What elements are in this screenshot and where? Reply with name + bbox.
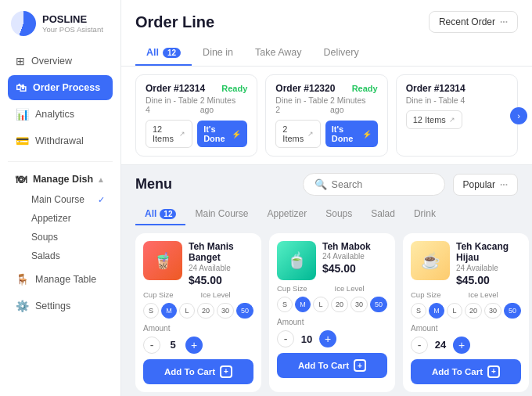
menu-item-name-2: Teh Mabok: [322, 241, 371, 252]
sidebar-label-analytics: Analytics: [35, 109, 74, 120]
sidebar-item-overview[interactable]: ⊞ Overview: [8, 49, 113, 74]
recent-order-button[interactable]: Recent Order ···: [429, 11, 518, 33]
size-m-2[interactable]: M: [295, 297, 311, 312]
menu-card-3: ☕ Teh Kacang Hijau 24 Available $45.00 C…: [403, 233, 529, 392]
menu-tab-all-badge: 12: [160, 209, 176, 219]
manage-table-label: Manage Table: [35, 274, 96, 285]
sidebar-sub-item-salads[interactable]: Salads: [8, 247, 113, 265]
tab-take-away[interactable]: Take Away: [244, 41, 313, 66]
size-s-2[interactable]: S: [277, 297, 293, 312]
menu-tab-salad[interactable]: Salad: [361, 203, 404, 225]
cup-size-label-3: Cup Size: [411, 290, 441, 299]
menu-tab-main-course[interactable]: Main Course: [185, 203, 257, 225]
amount-value-3: 24: [434, 339, 447, 351]
next-arrow[interactable]: ›: [510, 107, 527, 124]
ice-30-1[interactable]: 30: [217, 303, 234, 319]
add-cart-button-3[interactable]: Add To Cart +: [411, 359, 521, 384]
menu-tab-drink[interactable]: Drink: [404, 203, 445, 225]
amount-minus-2[interactable]: -: [277, 330, 294, 347]
amount-plus-1[interactable]: +: [185, 337, 203, 354]
amount-minus-1[interactable]: -: [143, 337, 160, 354]
menu-tab-soups[interactable]: Soups: [316, 203, 361, 225]
search-box[interactable]: 🔍: [303, 173, 445, 196]
popular-button[interactable]: Popular ···: [453, 174, 518, 196]
sidebar-label-overview: Overview: [31, 56, 72, 67]
sidebar-item-settings[interactable]: ⚙️ Settings: [8, 293, 113, 319]
sidebar-item-withdrawal[interactable]: 💳 Withdrawal: [8, 128, 113, 153]
ice-20-3[interactable]: 20: [465, 303, 482, 319]
order-number-1: Order #12314: [146, 83, 205, 94]
menu-card-2: 🍵 Teh Mabok 24 Available $45.00 Cup Size…: [269, 233, 395, 392]
manage-dish-label: Manage Dish: [33, 174, 93, 185]
ice-30-3[interactable]: 30: [484, 303, 501, 319]
sidebar-item-order-process[interactable]: 🛍 Order Process: [8, 75, 113, 100]
done-button-2[interactable]: It's Done ⚡: [325, 121, 378, 147]
menu-tab-all[interactable]: All 12: [135, 203, 185, 225]
add-cart-button-2[interactable]: Add To Cart +: [277, 353, 387, 378]
size-l-2[interactable]: L: [313, 297, 329, 312]
check-icon: ✓: [98, 195, 105, 205]
cup-size-label-1: Cup Size: [143, 290, 174, 299]
dish-icon: 🍽: [16, 173, 27, 185]
add-cart-button-1[interactable]: Add To Cart +: [143, 359, 253, 384]
ice-level-label-2: Ice Level: [335, 284, 365, 293]
size-s-3[interactable]: S: [411, 303, 426, 319]
items-button-2[interactable]: 2 Items ↗: [275, 120, 320, 148]
size-l-3[interactable]: L: [447, 303, 462, 319]
amount-minus-3[interactable]: -: [411, 337, 428, 354]
tab-dine-in[interactable]: Dine in: [192, 41, 244, 66]
menu-item-avail-1: 24 Available: [189, 264, 253, 272]
done-button-1[interactable]: It's Done ⚡: [197, 121, 247, 147]
size-s-1[interactable]: S: [143, 303, 159, 319]
tab-delivery[interactable]: Delivery: [313, 41, 370, 66]
expand-icon-2: ↗: [307, 130, 314, 138]
recent-order-label: Recent Order: [439, 16, 495, 27]
table-icon: 🪑: [16, 273, 29, 286]
size-l-1[interactable]: L: [179, 303, 195, 319]
expand-icon: ↗: [179, 130, 185, 138]
search-icon: 🔍: [315, 178, 327, 190]
ice-50-3[interactable]: 50: [504, 303, 521, 319]
menu-tab-appetizer[interactable]: Appetizer: [258, 203, 317, 225]
ice-30-2[interactable]: 30: [350, 297, 368, 312]
items-button-3[interactable]: 12 Items ↗: [406, 110, 462, 129]
ice-50-2[interactable]: 50: [370, 297, 387, 312]
menu-item-price-1: $45.00: [189, 274, 253, 286]
ice-level-label-1: Ice Level: [201, 290, 231, 299]
amount-plus-2[interactable]: +: [319, 330, 336, 347]
ice-50-1[interactable]: 50: [236, 303, 253, 319]
ice-level-label-3: Ice Level: [469, 290, 498, 299]
tab-all-badge: 12: [163, 48, 181, 58]
cart-plus-icon-1: +: [220, 365, 232, 378]
sidebar-sub-item-main-course[interactable]: Main Course ✓: [8, 190, 113, 209]
size-m-1[interactable]: M: [161, 303, 177, 319]
sidebar-item-manage-table[interactable]: 🪑 Manage Table: [8, 267, 113, 292]
ice-20-1[interactable]: 20: [197, 303, 214, 319]
app-subtitle: Your POS Asistant: [42, 25, 103, 34]
sidebar-logo: POSLINE Your POS Asistant: [8, 11, 113, 36]
manage-dish-header[interactable]: 🍽 Manage Dish ▲: [8, 168, 113, 190]
amount-plus-3[interactable]: +: [453, 337, 470, 354]
logo-icon: [11, 11, 36, 36]
settings-icon: ⚙️: [16, 300, 29, 312]
sidebar-sub-item-appetizer[interactable]: Appetizer: [8, 209, 113, 228]
order-tabs: All 12 Dine in Take Away Delivery: [135, 41, 518, 66]
chart-icon: 📊: [16, 108, 29, 121]
order-number-2: Order #12320: [275, 83, 335, 94]
order-status-1: Ready: [221, 84, 247, 93]
order-meta-left-1: Dine in - Table 4: [146, 95, 200, 114]
sidebar-sub-item-soups[interactable]: Soups: [8, 228, 113, 247]
tab-all[interactable]: All 12: [135, 41, 192, 66]
grid-icon: ⊞: [16, 55, 25, 67]
menu-item-name-1: Teh Manis Banget: [189, 241, 253, 264]
search-input[interactable]: [332, 179, 433, 190]
amount-label-3: Amount: [411, 324, 437, 333]
cart-plus-icon-3: +: [487, 365, 500, 378]
ice-20-2[interactable]: 20: [331, 297, 348, 312]
sidebar-item-analytics[interactable]: 📊 Analytics: [8, 102, 113, 127]
size-m-3[interactable]: M: [429, 303, 444, 319]
sidebar-label-order-process: Order Process: [33, 82, 100, 93]
items-button-1[interactable]: 12 Items ↗: [146, 120, 192, 148]
dots-icon: ···: [500, 16, 508, 27]
amount-label-2: Amount: [277, 318, 304, 326]
